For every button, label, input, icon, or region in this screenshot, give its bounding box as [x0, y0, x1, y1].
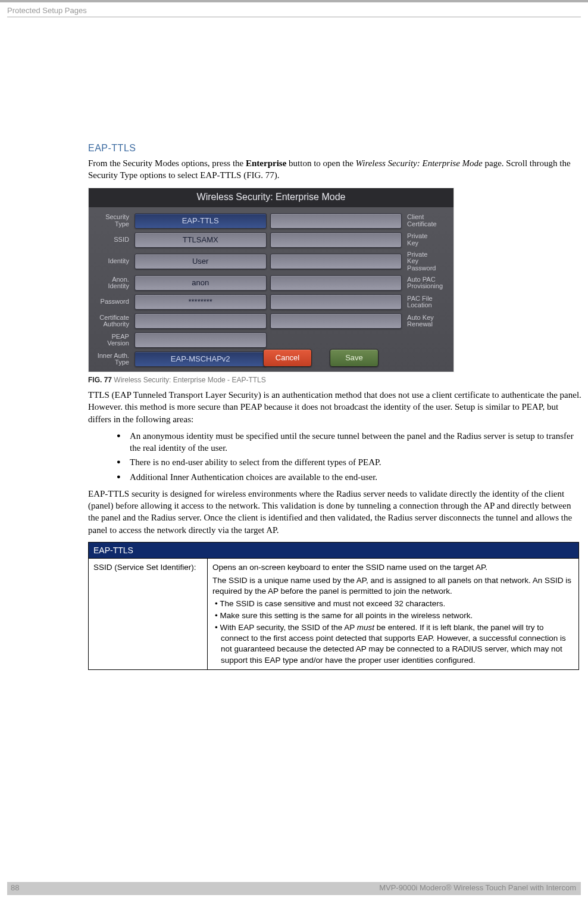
save-button[interactable]: Save [330, 349, 379, 367]
field-auto-key[interactable] [270, 313, 402, 329]
cancel-button[interactable]: Cancel [263, 349, 312, 367]
field-identity[interactable]: User [135, 254, 267, 269]
label-ssid: SSID [92, 236, 133, 244]
para-ttls-desc: TTLS (EAP Tunneled Transport Layer Secur… [88, 389, 582, 425]
label-inner-auth: Inner Auth. Type [92, 353, 133, 366]
screenshot-panel: Wireless Security: Enterprise Mode Secur… [88, 188, 454, 373]
para-eap-ttls: EAP-TTLS security is designed for wirele… [88, 488, 582, 536]
label-client-cert: Client Certificate [404, 214, 450, 227]
footer-title: MVP-9000i Modero® Wireless Touch Panel w… [379, 883, 576, 892]
page-content: EAP-TTLS From the Security Modes options… [88, 143, 582, 670]
field-auto-pac[interactable] [270, 275, 402, 291]
tc-b1: • The SSID is case sensitive and must no… [212, 599, 574, 609]
row-cert-auth: Certificate Authority Auto Key Renewal [92, 313, 450, 329]
field-pac-file[interactable] [270, 294, 402, 310]
field-inner-auth[interactable]: EAP-MSCHAPv2 [135, 351, 267, 367]
fig-num: FIG. 77 [88, 376, 112, 384]
label-cert-auth: Certificate Authority [92, 314, 133, 328]
field-password[interactable]: ******** [135, 294, 267, 310]
top-bar [0, 0, 588, 2]
row-identity: Identity User Private Key Password [92, 251, 450, 272]
footer: 88 MVP-9000i Modero® Wireless Touch Pane… [0, 882, 588, 899]
running-header: Protected Setup Pages [7, 6, 87, 15]
field-anon-identity[interactable]: anon [135, 275, 267, 291]
field-client-cert[interactable] [270, 213, 402, 229]
bullet-2: There is no end-user ability to select f… [117, 456, 582, 468]
table-col2: Opens an on-screen keyboard to enter the… [208, 558, 579, 669]
bullet-1: An anonymous identity must be specified … [117, 430, 582, 454]
intro-bold: Enterprise [246, 158, 286, 168]
row-security-type: Security Type EAP-TTLS Client Certificat… [92, 213, 450, 229]
tc-b3: • With EAP security, the SSID of the AP … [212, 622, 574, 666]
label-password: Password [92, 298, 133, 306]
section-title: EAP-TTLS [88, 143, 582, 154]
table-header: EAP-TTLS [89, 542, 579, 558]
tc-b3a: • With EAP security, the SSID of the AP [215, 623, 357, 632]
header-rule [7, 17, 581, 17]
intro-pre: From the Security Modes options, press t… [88, 158, 246, 168]
tc-p1: Opens an on-screen keyboard to enter the… [212, 562, 574, 573]
label-private-key: Private Key [404, 233, 450, 247]
fig-text: Wireless Security: Enterprise Mode - EAP… [112, 376, 266, 384]
intro-paragraph: From the Security Modes options, press t… [88, 157, 582, 182]
figure-caption: FIG. 77 Wireless Security: Enterprise Mo… [88, 376, 582, 384]
label-auto-key: Auto Key Renewal [404, 314, 450, 328]
tc-b2: • Make sure this setting is the same for… [212, 610, 574, 621]
row-anon-identity: Anon. Identity anon Auto PAC Provisionin… [92, 275, 450, 291]
bullet-list: An anonymous identity must be specified … [117, 430, 582, 483]
screenshot-body: Security Type EAP-TTLS Client Certificat… [89, 207, 453, 372]
tc-p2: The SSID is a unique name used by the AP… [212, 575, 574, 597]
page-number: 88 [11, 883, 19, 892]
label-identity: Identity [92, 258, 133, 265]
row-peap: PEAP Version [92, 332, 450, 348]
label-auto-pac: Auto PAC Provisioning [404, 276, 450, 290]
row-password: Password ******** PAC File Location [92, 294, 450, 310]
label-anon-identity: Anon. Identity [92, 276, 133, 290]
intro-mid: button to open the [286, 158, 355, 168]
field-private-key[interactable] [270, 232, 402, 248]
tc-b3-italic: must [357, 623, 374, 632]
label-peap: PEAP Version [92, 333, 133, 347]
label-private-key-pw: Private Key Password [404, 251, 450, 272]
eap-table: EAP-TTLS SSID (Service Set Identifier): … [88, 542, 579, 670]
field-cert-auth[interactable] [135, 313, 267, 329]
label-pac-file: PAC File Location [404, 295, 450, 309]
screenshot-title: Wireless Security: Enterprise Mode [89, 188, 453, 207]
intro-italic: Wireless Security: Enterprise Mode [356, 158, 483, 168]
field-peap[interactable] [135, 332, 267, 348]
bullet-3: Additional Inner Authentication choices … [117, 471, 582, 483]
field-security-type[interactable]: EAP-TTLS [135, 213, 267, 229]
field-ssid[interactable]: TTLSAMX [135, 232, 267, 248]
table-col1: SSID (Service Set Identifier): [89, 558, 208, 669]
row-ssid: SSID TTLSAMX Private Key [92, 232, 450, 248]
label-security-type: Security Type [92, 214, 133, 227]
field-private-key-pw[interactable] [270, 254, 402, 269]
